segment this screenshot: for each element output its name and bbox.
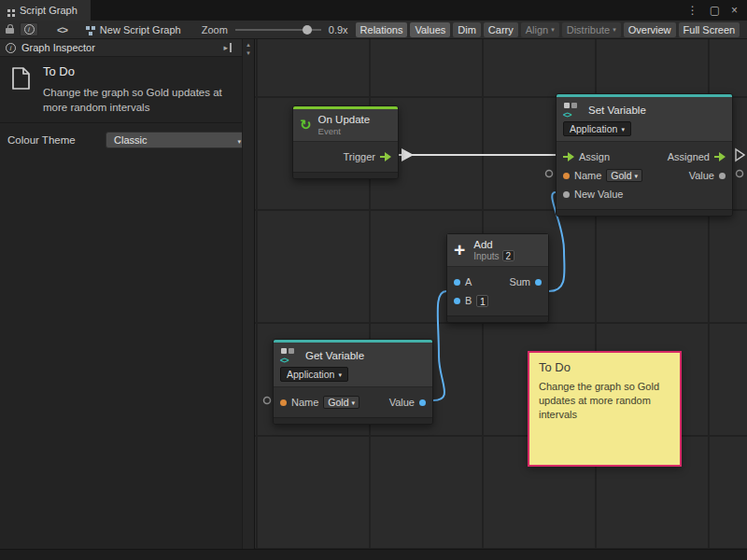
chevron-down-icon: ▾: [621, 126, 625, 133]
variable-scope-dropdown[interactable]: Application ▾: [563, 121, 631, 136]
collapse-panel-icon[interactable]: ▸: [223, 43, 232, 52]
maximize-icon[interactable]: ▢: [710, 4, 720, 17]
tab-bar: Script Graph ⋮ ▢ ×: [0, 0, 747, 21]
new-script-graph-button[interactable]: New Script Graph: [86, 24, 181, 35]
colour-theme-row: Colour Theme Classic ▾: [0, 131, 254, 149]
value-output-port[interactable]: [737, 171, 743, 177]
inputs-label: Inputs: [473, 251, 499, 261]
getvar-name-port[interactable]: [264, 398, 271, 404]
sticky-note-title: To Do: [539, 360, 670, 374]
variable-name-dropdown[interactable]: Gold ▾: [323, 396, 359, 409]
fullscreen-button[interactable]: Full Screen: [679, 22, 740, 37]
wire-getvalue-adda[interactable]: [433, 291, 446, 400]
graph-inspector-header: i Graph Inspector ▸: [0, 39, 254, 57]
sum-port[interactable]: [535, 279, 542, 286]
node-title: Add: [473, 239, 514, 250]
relations-button[interactable]: Relations: [356, 22, 408, 37]
new-value-label: New Value: [574, 189, 623, 200]
value-port[interactable]: [719, 173, 726, 179]
zoom-slider-handle[interactable]: [303, 25, 312, 35]
info-icon: i: [6, 43, 16, 53]
sum-label: Sum: [509, 276, 530, 287]
node-add[interactable]: + Add Inputs 2 A Sum: [446, 233, 549, 323]
plus-icon: +: [454, 241, 465, 259]
input-a-label: A: [465, 276, 472, 287]
sticky-note[interactable]: To Do Change the graph so Gold updates a…: [528, 351, 682, 467]
graph-canvas[interactable]: ↻ On Update Event Trigger: [255, 39, 747, 560]
inspector-scrollbar[interactable]: ▲ ▼: [242, 39, 254, 560]
inputs-count[interactable]: 2: [502, 250, 515, 261]
assigned-label: Assigned: [668, 151, 710, 162]
input-b-port[interactable]: [454, 298, 460, 304]
name-port[interactable]: [280, 399, 287, 406]
node-header[interactable]: <> Set Variable Application ▾: [557, 97, 732, 142]
code-icon[interactable]: <>: [57, 24, 67, 35]
update-loop-icon: ↻: [300, 118, 312, 133]
flow-arrowhead: [402, 148, 414, 161]
zoom-label: Zoom: [202, 24, 228, 35]
graph-inspector-title: Graph Inspector: [21, 42, 95, 53]
chevron-down-icon: ▾: [338, 371, 342, 378]
graph-toolbar: i <> New Script Graph Zoom 0.9x Relation…: [0, 21, 747, 39]
node-title: On Update: [318, 114, 371, 125]
node-title: Set Variable: [588, 105, 646, 116]
todo-title: To Do: [43, 64, 241, 78]
close-icon[interactable]: ×: [731, 4, 738, 17]
node-set-variable[interactable]: <> Set Variable Application ▾ Assign Ass…: [556, 93, 733, 217]
input-b-label: B: [465, 295, 472, 306]
assigned-flow-port[interactable]: [714, 152, 726, 161]
name-port[interactable]: [563, 173, 570, 179]
dim-button[interactable]: Dim: [453, 22, 481, 37]
sticky-note-text: Change the graph so Gold updates at more…: [539, 380, 670, 422]
align-dropdown[interactable]: Align ▾: [521, 22, 559, 37]
node-header[interactable]: + Add Inputs 2: [447, 234, 548, 267]
zoom-slider[interactable]: [235, 29, 321, 31]
trigger-flow-port[interactable]: [380, 152, 391, 161]
window-bottom-edge: [0, 549, 747, 560]
node-on-update[interactable]: ↻ On Update Event Trigger: [292, 105, 399, 179]
chevron-down-icon: ▾: [551, 26, 555, 33]
node-footer: [293, 172, 398, 178]
node-subtitle: Event: [318, 126, 371, 136]
carry-button[interactable]: Carry: [484, 22, 518, 37]
variable-scope-dropdown[interactable]: Application ▾: [280, 367, 348, 382]
info-button[interactable]: i: [20, 22, 38, 36]
scroll-down-icon[interactable]: ▼: [246, 50, 251, 57]
tab-script-graph[interactable]: Script Graph: [0, 0, 91, 21]
node-footer: [447, 315, 548, 322]
assign-flow-port[interactable]: [563, 152, 574, 161]
window-controls: ⋮ ▢ ×: [687, 0, 747, 21]
lock-icon[interactable]: [6, 28, 14, 34]
graph-inspector-panel: i Graph Inspector ▸ To Do Change the gra…: [0, 39, 255, 560]
new-value-port[interactable]: [563, 191, 570, 198]
variable-icon: <>: [280, 347, 299, 363]
node-header[interactable]: ↻ On Update Event: [293, 109, 398, 142]
node-header[interactable]: <> Get Variable Application ▾: [274, 343, 432, 387]
assigned-flow-port[interactable]: [736, 149, 744, 161]
chevron-down-icon: ▾: [635, 173, 639, 179]
scroll-up-icon[interactable]: ▲: [246, 42, 251, 49]
distribute-dropdown[interactable]: Distribute ▾: [562, 22, 621, 37]
input-a-port[interactable]: [454, 279, 460, 286]
input-b-value[interactable]: 1: [476, 295, 488, 307]
value-label: Value: [389, 397, 415, 408]
value-port[interactable]: [419, 399, 426, 406]
values-button[interactable]: Values: [410, 22, 450, 37]
node-get-variable[interactable]: <> Get Variable Application ▾ Name Gold …: [273, 339, 433, 425]
overview-button[interactable]: Overview: [624, 22, 676, 37]
script-graph-mini-icon: [86, 26, 90, 30]
value-label: Value: [689, 170, 714, 181]
colour-theme-label: Colour Theme: [7, 134, 76, 146]
variable-name-dropdown[interactable]: Gold ▾: [606, 169, 642, 182]
chevron-down-icon: ▾: [237, 138, 241, 145]
script-graph-icon: [7, 9, 10, 12]
toolbar-buttons: Relations Values Dim Carry Align ▾ Distr…: [356, 22, 740, 37]
colour-theme-dropdown[interactable]: Classic ▾: [106, 132, 247, 148]
name-label: Name: [291, 397, 318, 408]
note-document-icon: [9, 66, 32, 115]
menu-icon[interactable]: ⋮: [687, 4, 698, 17]
setvar-name-port[interactable]: [546, 171, 553, 177]
unity-window: Script Graph ⋮ ▢ × i <> New Script Graph…: [0, 0, 747, 560]
trigger-port-label: Trigger: [344, 151, 375, 162]
node-footer: [557, 209, 732, 216]
